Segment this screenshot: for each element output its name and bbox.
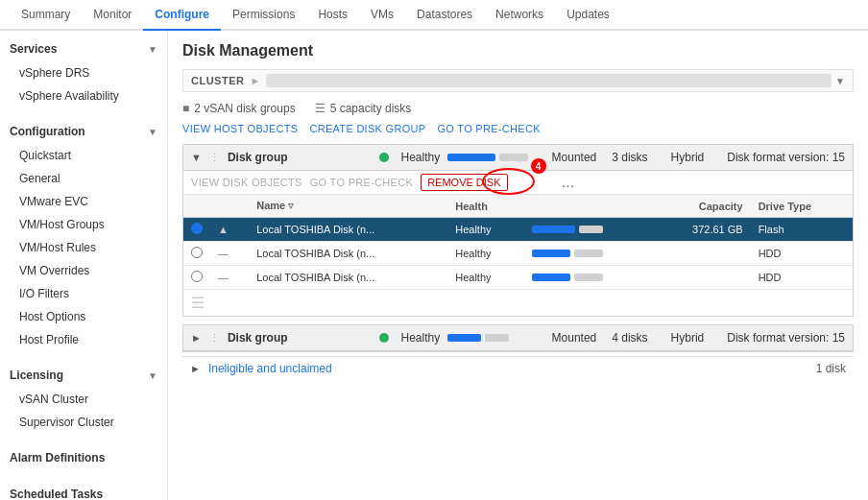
disk-group-1-status: Healthy	[400, 151, 440, 164]
ineligible-label[interactable]: Ineligible and unclaimed	[208, 362, 808, 375]
sidebar-item-vsphere-availability[interactable]: vSphere Availability	[0, 84, 167, 107]
sidebar-section-configuration-header[interactable]: Configuration ▼	[0, 119, 167, 144]
disk-drive-type-2: HDD	[751, 242, 853, 266]
disk-bar-2	[524, 242, 653, 266]
action-links: VIEW HOST OBJECTS CREATE DISK GROUP GO T…	[182, 123, 854, 134]
tab-hosts[interactable]: Hosts	[306, 0, 359, 29]
ineligible-row: ► Ineligible and unclaimed 1 disk	[182, 356, 854, 380]
sidebar-section-scheduled: Scheduled Tasks	[0, 476, 167, 500]
tab-updates[interactable]: Updates	[555, 0, 621, 29]
chevron-right-icon[interactable]: ►	[190, 363, 201, 374]
tab-vms[interactable]: VMs	[359, 0, 405, 29]
top-navigation: Summary Monitor Configure Permissions Ho…	[0, 0, 868, 31]
col-name: Name ▿	[249, 195, 447, 218]
disk-type-icon-1: ▲	[210, 218, 249, 242]
sub-action-bar-1: VIEW DISK OBJECTS GO TO PRE-CHECK REMOVE…	[183, 171, 853, 195]
row-radio-2[interactable]	[183, 242, 210, 266]
sidebar-item-vmware-evc[interactable]: VMware EVC	[0, 190, 167, 213]
tab-configure[interactable]: Configure	[143, 0, 221, 31]
progress-empty-icon	[499, 154, 528, 161]
sidebar-section-licensing-header[interactable]: Licensing ▼	[0, 363, 167, 388]
tab-networks[interactable]: Networks	[484, 0, 555, 29]
drag-handle-icon: ☰	[191, 295, 205, 311]
sidebar-section-alarm-header[interactable]: Alarm Definitions	[0, 445, 167, 470]
capacity-bar-1	[532, 226, 645, 233]
sidebar-licensing-label: Licensing	[10, 369, 63, 382]
sidebar-services-label: Services	[10, 42, 57, 56]
chevron-down-icon[interactable]: ▼	[835, 76, 845, 86]
disk-group-2-header: ► ⋮ Disk group Healthy Mounted 4 disks H…	[183, 325, 853, 351]
sidebar-item-vsphere-drs[interactable]: vSphere DRS	[0, 61, 167, 84]
sidebar-item-host-profile[interactable]: Host Profile	[0, 328, 167, 351]
disk-bar-3	[524, 266, 653, 290]
disk-groups-count: 2 vSAN disk groups	[194, 102, 295, 115]
tab-summary[interactable]: Summary	[10, 0, 82, 29]
disk-drive-type-1: Flash	[751, 218, 853, 242]
sidebar-item-vsan-cluster[interactable]: vSAN Cluster	[0, 388, 167, 411]
mounted-status-2: Mounted	[552, 331, 597, 345]
sidebar-configuration-label: Configuration	[10, 125, 85, 138]
radio-unselected-icon	[191, 247, 203, 258]
sidebar-item-host-options[interactable]: Host Options	[0, 305, 167, 328]
sidebar-item-general[interactable]: General	[0, 167, 167, 190]
hdd-disk-icon: —	[218, 272, 229, 283]
sidebar-item-vmhost-groups[interactable]: VM/Host Groups	[0, 213, 167, 236]
breadcrumb-value	[266, 74, 832, 87]
view-host-objects-link[interactable]: VIEW HOST OBJECTS	[182, 123, 298, 134]
table-row[interactable]: — Local TOSHIBA Disk (n... Healthy HDD	[183, 266, 853, 290]
disk-group-2: ► ⋮ Disk group Healthy Mounted 4 disks H…	[182, 324, 854, 352]
tab-monitor[interactable]: Monitor	[82, 0, 143, 29]
remove-disk-button[interactable]: REMOVE DISK	[421, 174, 507, 191]
chevron-down-icon: ▼	[148, 370, 157, 381]
disk-group-2-status: Healthy	[400, 331, 440, 345]
sidebar-section-licensing: Licensing ▼ vSAN Cluster Supervisor Clus…	[0, 357, 167, 440]
cap-bar-filled-icon	[532, 274, 570, 281]
sidebar-item-vmhost-rules[interactable]: VM/Host Rules	[0, 236, 167, 259]
sidebar-item-quickstart[interactable]: Quickstart	[0, 144, 167, 167]
disk-type-2: Hybrid	[671, 331, 705, 345]
disk-capacity-2	[653, 242, 751, 266]
create-disk-group-link[interactable]: CREATE DISK GROUP	[309, 123, 425, 134]
sidebar-section-services-header[interactable]: Services ▼	[0, 36, 167, 61]
main-layout: Services ▼ vSphere DRS vSphere Availabil…	[0, 31, 868, 500]
more-options-button[interactable]: …	[562, 175, 575, 190]
sidebar-section-services: Services ▼ vSphere DRS vSphere Availabil…	[0, 31, 167, 113]
chevron-right-icon[interactable]: ►	[191, 332, 202, 344]
go-to-pre-check-link[interactable]: GO TO PRE-CHECK	[437, 123, 540, 134]
remove-disk-container: REMOVE DISK 4	[421, 176, 507, 189]
table-header-row: Name ▿ Health Capacity Drive Type	[183, 195, 853, 218]
breadcrumb-label: CLUSTER	[191, 75, 244, 86]
drag-icon-row: ☰	[183, 290, 853, 316]
sidebar-section-scheduled-header[interactable]: Scheduled Tasks	[0, 482, 167, 500]
disk-group-1-header: ▼ ⋮ Disk group Healthy Mounted 3 disks H…	[183, 145, 853, 171]
col-icon	[210, 195, 249, 218]
disk-icon: ☰	[315, 102, 326, 115]
table-row[interactable]: — Local TOSHIBA Disk (n... Healthy HDD	[183, 242, 853, 266]
flash-disk-icon: ▲	[218, 224, 229, 235]
sidebar-section-configuration: Configuration ▼ Quickstart General VMwar…	[0, 113, 167, 357]
tab-permissions[interactable]: Permissions	[221, 0, 306, 29]
disk-health-3: Healthy	[447, 266, 523, 290]
cap-bar-empty-icon	[574, 274, 603, 281]
col-drive-type: Drive Type	[751, 195, 853, 218]
tab-datastores[interactable]: Datastores	[405, 0, 484, 29]
view-disk-objects-btn: VIEW DISK OBJECTS	[191, 177, 302, 188]
row-radio-1[interactable]	[183, 218, 210, 242]
sidebar-section-alarm: Alarm Definitions	[0, 440, 167, 476]
disk-format-2: Disk format version: 15	[727, 331, 845, 345]
usage-bar-2	[447, 334, 543, 342]
sidebar-item-io-filters[interactable]: I/O Filters	[0, 282, 167, 305]
disk-type-1: Hybrid	[671, 151, 705, 164]
sort-icon[interactable]: ▿	[288, 200, 294, 211]
disk-name-3: Local TOSHIBA Disk (n...	[249, 266, 447, 290]
sidebar-item-vm-overrides[interactable]: VM Overrides	[0, 259, 167, 282]
col-select	[183, 195, 210, 218]
disk-groups-summary: ■ 2 vSAN disk groups	[182, 102, 296, 115]
disks-count-2: 4 disks	[612, 331, 647, 345]
capacity-bar-2	[532, 250, 645, 257]
sidebar-item-supervisor-cluster[interactable]: Supervisor Cluster	[0, 411, 167, 434]
row-radio-3[interactable]	[183, 266, 210, 290]
table-row[interactable]: ▲ Local TOSHIBA Disk (n... Healthy 372.6…	[183, 218, 853, 242]
chevron-down-icon[interactable]: ▼	[191, 152, 202, 163]
ineligible-count: 1 disk	[816, 362, 846, 375]
